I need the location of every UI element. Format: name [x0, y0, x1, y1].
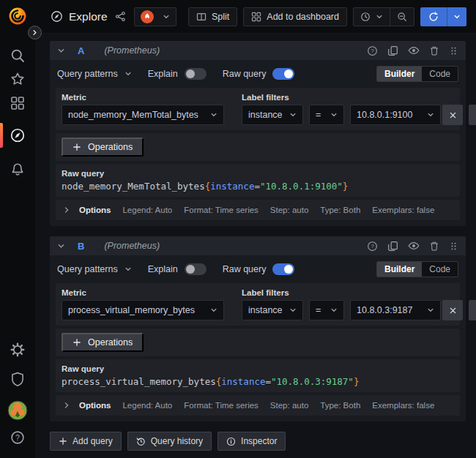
- toggle-knob: [284, 70, 293, 78]
- sidebar-item-explore[interactable]: [10, 128, 26, 143]
- duplicate-query-icon[interactable]: [387, 241, 398, 252]
- add-operation-button[interactable]: Operations: [62, 333, 144, 352]
- remove-filter-button[interactable]: [442, 300, 463, 320]
- metric-label: Metric: [62, 288, 224, 297]
- chevron-down-icon: [427, 307, 434, 314]
- query-help-icon[interactable]: ?: [367, 241, 378, 252]
- explain-toggle[interactable]: [185, 68, 207, 80]
- toggle-knob: [186, 70, 195, 78]
- add-query-button[interactable]: Add query: [50, 432, 122, 451]
- filter-operator-select[interactable]: =: [309, 105, 344, 125]
- sidebar-expand-button[interactable]: [28, 26, 42, 40]
- run-query-button[interactable]: [420, 7, 447, 26]
- code-mode-option[interactable]: Code: [422, 67, 458, 81]
- query-footer-actions: Add query Query history Inspector: [50, 432, 466, 451]
- duplicate-query-icon[interactable]: [387, 45, 398, 56]
- query-row-b: B (Prometheus) ?: [50, 236, 466, 421]
- options-type: Type: Both: [320, 206, 360, 214]
- time-range-picker[interactable]: [354, 8, 390, 26]
- share-icon[interactable]: [115, 11, 126, 22]
- chevron-down-icon: [453, 13, 461, 20]
- chevron-down-icon: [163, 13, 170, 20]
- add-filter-button[interactable]: [469, 105, 476, 125]
- options-collapsed-row[interactable]: Options Legend: Auto Format: Time series…: [56, 395, 460, 416]
- filter-key-select[interactable]: instance: [242, 105, 303, 125]
- grafana-logo[interactable]: [8, 7, 28, 26]
- sidebar-item-search[interactable]: [10, 48, 25, 63]
- chevron-down-icon: [289, 111, 297, 119]
- chevron-down-icon: [124, 70, 132, 78]
- chevron-down-icon: [124, 266, 132, 273]
- plus-icon: [72, 143, 81, 151]
- filter-key-select[interactable]: instance: [242, 300, 303, 320]
- metric-select[interactable]: node_memory_MemTotal_bytes: [62, 105, 224, 125]
- drag-handle-icon[interactable]: [449, 241, 458, 252]
- sidebar-item-profile[interactable]: [8, 401, 28, 421]
- options-step: Step: auto: [270, 401, 308, 410]
- add-to-dashboard-button[interactable]: Add to dashboard: [243, 7, 347, 26]
- hide-response-eye-icon[interactable]: [408, 240, 420, 252]
- chevron-down-icon: [210, 111, 217, 119]
- sidebar-item-alerting[interactable]: [10, 162, 25, 176]
- code-brace-close: }: [354, 376, 360, 387]
- remove-query-trash-icon[interactable]: [429, 45, 439, 56]
- help-circle-icon: ?: [10, 430, 25, 445]
- code-mode-option[interactable]: Code: [422, 262, 458, 277]
- filter-value-select[interactable]: 10.8.0.3:9187: [350, 300, 441, 320]
- dashboard-grid-icon: [251, 12, 261, 22]
- run-query-group: [420, 7, 466, 26]
- gear-icon: [10, 342, 25, 357]
- explain-toggle[interactable]: [185, 263, 207, 275]
- add-operation-button[interactable]: Operations: [62, 138, 144, 157]
- inspector-button[interactable]: Inspector: [217, 432, 286, 451]
- raw-query-toggle[interactable]: [272, 68, 294, 80]
- sidebar-item-server-admin[interactable]: [10, 372, 25, 386]
- chevron-right-icon: [63, 206, 70, 214]
- drag-handle-icon[interactable]: [449, 45, 458, 56]
- chevron-right-icon: [31, 29, 38, 36]
- raw-query-code: process_virtual_memory_bytes{instance="1…: [62, 376, 454, 387]
- collapse-chevron-icon[interactable]: [57, 242, 65, 250]
- split-button[interactable]: Split: [188, 7, 237, 26]
- add-filter-button[interactable]: [469, 300, 476, 320]
- zoom-out-time-button[interactable]: [390, 8, 414, 26]
- operations-label: Operations: [88, 142, 133, 152]
- query-patterns-dropdown[interactable]: Query patterns: [57, 69, 132, 79]
- raw-query-toggle[interactable]: [272, 263, 294, 275]
- hide-response-eye-icon[interactable]: [408, 45, 420, 56]
- filter-key-value: instance: [248, 110, 283, 120]
- filter-value-select[interactable]: 10.8.0.1:9100: [350, 105, 441, 125]
- prometheus-icon: [141, 10, 154, 23]
- query-b-header[interactable]: B (Prometheus) ?: [50, 236, 466, 255]
- raw-query-panel: Raw query process_virtual_memory_bytes{i…: [56, 359, 460, 392]
- query-help-icon[interactable]: ?: [367, 45, 378, 56]
- svg-text:?: ?: [371, 243, 373, 249]
- query-a-header[interactable]: A (Prometheus) ?: [50, 41, 466, 60]
- remove-query-trash-icon[interactable]: [429, 241, 439, 252]
- builder-mode-option[interactable]: Builder: [377, 262, 422, 277]
- builder-mode-option[interactable]: Builder: [377, 67, 422, 81]
- operations-panel: Operations: [56, 133, 460, 161]
- options-collapsed-row[interactable]: Options Legend: Auto Format: Time series…: [56, 200, 460, 220]
- avatar: [8, 401, 28, 421]
- explore-content: A (Prometheus) ?: [35, 34, 476, 458]
- metric-filters-panel: Metric process_virtual_memory_bytes Labe…: [56, 283, 460, 326]
- metric-group: Metric node_memory_MemTotal_bytes: [62, 93, 224, 125]
- filter-operator-select[interactable]: =: [309, 300, 344, 320]
- options-exemplars: Exemplars: false: [372, 206, 434, 214]
- sidebar-item-help[interactable]: ?: [10, 430, 25, 445]
- dashboards-grid-icon: [10, 96, 25, 110]
- sidebar-item-starred[interactable]: [10, 72, 25, 86]
- datasource-picker[interactable]: [134, 7, 176, 26]
- collapse-chevron-icon[interactable]: [57, 47, 65, 55]
- refresh-interval-dropdown[interactable]: [447, 7, 466, 26]
- query-patterns-dropdown[interactable]: Query patterns: [57, 264, 132, 274]
- remove-filter-button[interactable]: [442, 105, 463, 125]
- sidebar-item-configuration[interactable]: [10, 342, 25, 357]
- chevron-right-icon: [63, 402, 70, 409]
- query-a-editor: Query patterns Explain Raw query Builder…: [50, 60, 466, 226]
- sidebar-item-dashboards[interactable]: [10, 96, 25, 110]
- chevron-down-icon: [210, 307, 217, 314]
- metric-select[interactable]: process_virtual_memory_bytes: [62, 300, 224, 320]
- query-history-button[interactable]: Query history: [127, 432, 212, 451]
